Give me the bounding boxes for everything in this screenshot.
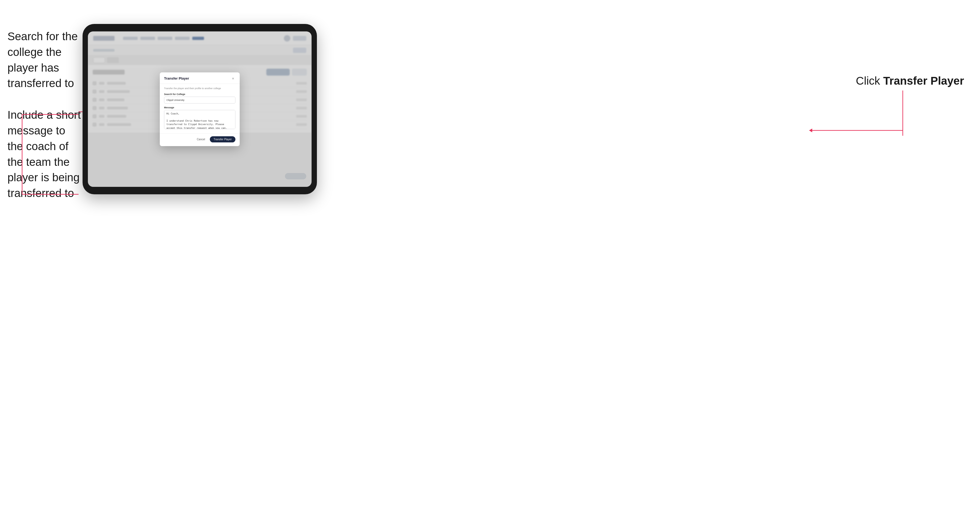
annotation-left: Search for the college the player has tr… [8,29,82,217]
transfer-player-button[interactable]: Transfer Player [210,136,235,142]
tablet-screen: Transfer Player × Transfer the player an… [88,32,312,187]
tablet-device: Transfer Player × Transfer the player an… [83,24,317,194]
dialog-close-button[interactable]: × [231,76,235,81]
annotation-left-top: Search for the college the player has tr… [8,29,82,91]
svg-marker-6 [809,129,812,132]
search-college-label: Search for College [164,93,235,95]
message-label: Message [164,106,235,109]
transfer-player-dialog: Transfer Player × Transfer the player an… [160,72,240,146]
search-college-input[interactable] [164,97,235,103]
dialog-overlay: Transfer Player × Transfer the player an… [88,32,312,187]
annotation-right-bold: Transfer Player [883,75,964,87]
dialog-subtitle: Transfer the player and their profile to… [164,87,235,90]
annotation-left-bottom: Include a short message to the coach of … [8,107,82,201]
annotation-right: Click Transfer Player [856,75,964,87]
dialog-title: Transfer Player [164,76,189,80]
cancel-button[interactable]: Cancel [195,137,207,142]
annotation-right-prefix: Click [856,75,883,87]
dialog-footer: Cancel Transfer Player [160,133,240,146]
dialog-body: Transfer the player and their profile to… [160,84,240,133]
dialog-header: Transfer Player × [160,72,240,84]
message-textarea[interactable]: Hi Coach, I understand Chris Robertson h… [164,110,235,129]
